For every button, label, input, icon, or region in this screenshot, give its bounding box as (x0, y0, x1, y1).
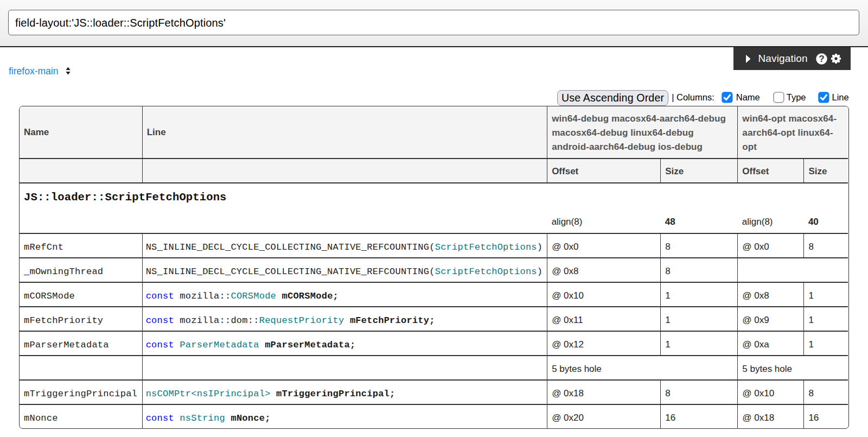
svg-text:?: ? (819, 54, 824, 64)
